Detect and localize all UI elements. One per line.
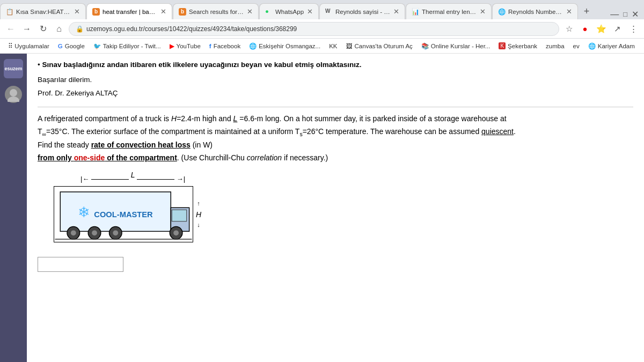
extension-button-2[interactable]: ⭐: [595, 23, 608, 35]
sidebar-avatar[interactable]: [5, 86, 22, 103]
youtube-icon: ▶: [170, 42, 174, 50]
new-tab-button[interactable]: +: [579, 3, 595, 19]
maximize-button[interactable]: □: [623, 10, 627, 18]
sidebar-logo[interactable]: esuzem: [4, 59, 23, 78]
T-infinity-sub: ∞: [42, 130, 47, 137]
page-content: • Sınav başladığınız andan itibaren etik…: [27, 54, 644, 362]
svg-point-12: [173, 231, 179, 236]
tab-close-4[interactable]: ✕: [307, 8, 313, 16]
bookmark-label-online: Online Kurslar - Her...: [431, 43, 491, 49]
bookmark-label-youtube: YouTube: [177, 43, 201, 49]
L-variable: L: [233, 114, 238, 123]
bookmark-google-icon: G: [58, 43, 63, 49]
tab-search-results[interactable]: b Search results for 'he... ✕: [173, 3, 259, 19]
tab-close-5[interactable]: ✕: [393, 8, 399, 16]
tab-label-5: Reynolds sayisi - Vikip...: [335, 9, 390, 15]
tab-kisa-sinav[interactable]: 📋 Kısa Sınav:HEAT TRAN... ✕: [0, 3, 86, 19]
diagram-container: |← L →|: [54, 173, 215, 246]
extension-button-1[interactable]: ●: [579, 23, 591, 35]
forward-button[interactable]: →: [20, 23, 33, 35]
from-only-text: from only one-side of the compartment: [38, 153, 177, 162]
bookmark-star-button[interactable]: ☆: [562, 23, 575, 35]
online-kurslar-icon: 📚: [421, 42, 429, 50]
lock-icon: 🔒: [76, 25, 84, 33]
H-top-arrow: ↑: [197, 199, 200, 209]
bookmark-label-kariyer: Kariyer Adam: [598, 43, 635, 49]
facebook-icon: f: [209, 43, 211, 49]
tab-favicon-2: b: [92, 8, 100, 16]
svg-rect-4: [172, 210, 186, 221]
bookmarks-bar: ⠿ Uygulamalar G Google 🐦 Takip Ediliyor …: [0, 39, 644, 54]
L-dimension-line: |← L →|: [80, 173, 185, 185]
bookmark-okuma[interactable]: 📰 Okuma listesi: [640, 41, 644, 51]
sidebar-logo-text: esuzem: [4, 66, 22, 72]
extension-button-3[interactable]: ↗: [611, 23, 624, 35]
home-button[interactable]: ⌂: [53, 23, 65, 35]
bookmark-google[interactable]: G Google: [54, 42, 89, 50]
svg-point-0: [10, 89, 17, 97]
svg-point-8: [92, 231, 97, 236]
bookmark-facebook[interactable]: f Facebook: [206, 42, 244, 50]
sekerbank-icon: K: [499, 42, 506, 49]
H-label: H: [196, 209, 201, 220]
section-divider: [38, 107, 633, 107]
bookmark-kk[interactable]: KK: [325, 42, 341, 50]
bookmark-label-eskisehir: Eskişehir Osmangaz...: [259, 43, 320, 49]
tab-bar: 📋 Kısa Sınav:HEAT TRAN... ✕ b heat trans…: [0, 0, 644, 19]
bookmark-kariyer[interactable]: 🌐 Kariyer Adam: [584, 41, 639, 51]
bookmark-online-kurslar[interactable]: 📚 Online Kurslar - Her...: [418, 41, 494, 51]
tab-close-3[interactable]: ✕: [247, 8, 253, 16]
svg-point-10: [113, 231, 118, 236]
correlation-text: correlation: [247, 153, 282, 162]
reload-button[interactable]: ↻: [36, 23, 49, 35]
browser-frame: 📋 Kısa Sınav:HEAT TRAN... ✕ b heat trans…: [0, 0, 644, 362]
bookmark-label-google: Google: [65, 43, 85, 49]
H-dimension: ↑ H ↓: [196, 194, 201, 234]
bookmark-eskisehir[interactable]: 🌐 Eskişehir Osmangaz...: [245, 41, 324, 51]
tab-whatsapp[interactable]: ● WhatsApp ✕: [259, 3, 319, 19]
answer-input[interactable]: [38, 257, 123, 272]
H-variable: H: [171, 114, 177, 123]
tab-label-4: WhatsApp: [275, 9, 304, 15]
bookmark-ev[interactable]: ev: [569, 42, 583, 50]
avatar-icon: [6, 87, 21, 102]
bookmark-canvas[interactable]: 🖼 Canvas'ta Oturum Aç: [342, 42, 416, 50]
url-bar[interactable]: 🔒 uzemoys.ogu.edu.tr/courses/10422/quizz…: [69, 22, 559, 36]
sidebar: esuzem: [0, 54, 27, 362]
minimize-button[interactable]: —: [610, 10, 619, 19]
tab-favicon-1: 📋: [6, 8, 13, 16]
bookmark-youtube[interactable]: ▶ YouTube: [166, 41, 204, 51]
truck-svg: ❄ COOL-MASTER: [54, 186, 193, 242]
tab-close-1[interactable]: ✕: [74, 8, 80, 16]
tab-label-6: Thermal entry length...: [422, 9, 477, 15]
menu-button[interactable]: ⋮: [627, 23, 640, 35]
tab-label-3: Search results for 'he...: [189, 9, 244, 15]
tab-reynolds-calc[interactable]: 🌐 Reynolds Number Cal... ✕: [492, 3, 578, 19]
tab-label-2: heat transfer | bartle...: [103, 9, 157, 15]
L-right-arrow: →|: [177, 174, 185, 185]
greeting-text: Başarılar dilerim.: [38, 74, 633, 86]
H-bottom-arrow: ↓: [197, 220, 200, 230]
tab-label-1: Kısa Sınav:HEAT TRAN...: [16, 9, 71, 15]
tab-favicon-5: W: [325, 8, 333, 16]
bookmark-twitter[interactable]: 🐦 Takip Ediliyor - Twit...: [90, 41, 165, 51]
tab-close-7[interactable]: ✕: [566, 8, 572, 16]
bookmark-sekerbank[interactable]: K Şekerbank: [495, 41, 541, 50]
tab-heat-transfer[interactable]: b heat transfer | bartle... ✕: [86, 3, 172, 19]
quiescent-text: quiescent: [481, 127, 514, 136]
tab-thermal[interactable]: 📊 Thermal entry length... ✕: [406, 3, 492, 19]
problem-statement: A refrigerated compartment of a truck is…: [38, 113, 521, 165]
bookmark-label-sekerbank: Şekerbank: [508, 43, 537, 49]
tab-reynolds[interactable]: W Reynolds sayisi - Vikip... ✕: [319, 3, 405, 19]
L-line: [91, 179, 128, 180]
tab-label-7: Reynolds Number Cal...: [508, 9, 563, 15]
bookmark-uygulamalar[interactable]: ⠿ Uygulamalar: [4, 41, 53, 51]
L-line-right: [137, 179, 174, 180]
canvas-icon: 🖼: [346, 43, 353, 49]
close-button[interactable]: ✕: [632, 9, 639, 19]
bookmark-zumba[interactable]: zumba: [542, 42, 568, 50]
back-button[interactable]: ←: [4, 23, 17, 35]
professor-text: Prof. Dr. Zekeriya ALTAÇ: [38, 87, 633, 99]
tab-close-6[interactable]: ✕: [480, 8, 486, 16]
tab-close-2[interactable]: ✕: [160, 8, 166, 16]
